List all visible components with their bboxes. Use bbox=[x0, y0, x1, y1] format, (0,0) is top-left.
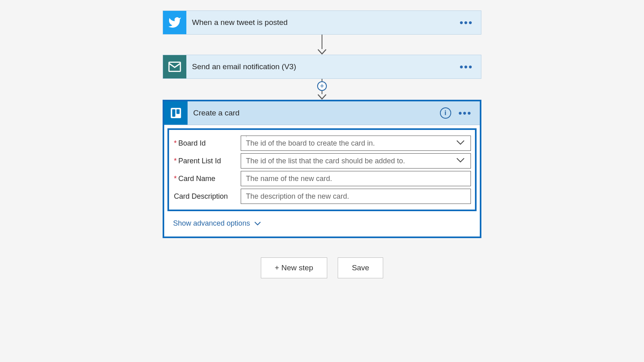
twitter-icon bbox=[163, 11, 186, 34]
advanced-label: Show advanced options bbox=[173, 219, 250, 228]
chevron-down-icon bbox=[254, 221, 261, 226]
step-title: When a new tweet is posted bbox=[186, 18, 460, 27]
card-desc-input[interactable]: The description of the new card. bbox=[241, 189, 471, 204]
field-label: *Card Name bbox=[173, 175, 241, 183]
field-card-name: *Card Name The name of the new card. bbox=[173, 171, 471, 186]
step-card-trello-expanded: Create a card i ••• *Board Id The id of … bbox=[163, 100, 481, 238]
add-step-icon[interactable]: + bbox=[317, 81, 327, 91]
field-card-desc: Card Description The description of the … bbox=[173, 189, 471, 204]
board-id-input[interactable]: The id of the board to create the card i… bbox=[241, 136, 471, 151]
more-icon[interactable]: ••• bbox=[460, 64, 473, 70]
svg-rect-2 bbox=[172, 109, 175, 117]
mail-icon bbox=[163, 55, 186, 78]
arrow-down-icon bbox=[318, 49, 326, 55]
step-card-twitter[interactable]: When a new tweet is posted ••• bbox=[163, 10, 481, 35]
card-name-input[interactable]: The name of the new card. bbox=[241, 171, 471, 186]
chevron-down-icon[interactable] bbox=[456, 157, 465, 165]
more-icon[interactable]: ••• bbox=[458, 111, 472, 116]
placeholder-text: The description of the new card. bbox=[246, 192, 349, 201]
connector-arrow: + bbox=[318, 79, 326, 100]
parent-list-input[interactable]: The id of the list that the card should … bbox=[241, 153, 471, 169]
form-area: *Board Id The id of the board to create … bbox=[167, 128, 477, 211]
info-icon[interactable]: i bbox=[440, 107, 451, 119]
chevron-down-icon[interactable] bbox=[456, 139, 465, 148]
field-label: Card Description bbox=[173, 192, 241, 201]
field-label: *Board Id bbox=[173, 139, 241, 148]
field-label: *Parent List Id bbox=[173, 157, 241, 165]
placeholder-text: The name of the new card. bbox=[246, 175, 332, 183]
step-card-mail[interactable]: Send an email notification (V3) ••• bbox=[163, 55, 481, 79]
arrow-down-icon bbox=[318, 94, 326, 100]
trello-icon bbox=[164, 101, 188, 125]
step-title: Create a card bbox=[188, 109, 440, 117]
placeholder-text: The id of the board to create the card i… bbox=[246, 139, 375, 148]
new-step-button[interactable]: + New step bbox=[261, 257, 328, 278]
field-board-id: *Board Id The id of the board to create … bbox=[173, 136, 471, 151]
step-title: Send an email notification (V3) bbox=[186, 62, 460, 71]
placeholder-text: The id of the list that the card should … bbox=[246, 157, 405, 165]
svg-rect-3 bbox=[176, 109, 180, 114]
save-button[interactable]: Save bbox=[338, 257, 383, 278]
connector-arrow bbox=[318, 35, 326, 55]
show-advanced-options[interactable]: Show advanced options bbox=[164, 213, 480, 237]
field-parent-list: *Parent List Id The id of the list that … bbox=[173, 153, 471, 169]
footer-buttons: + New step Save bbox=[261, 257, 384, 278]
step-card-trello-header[interactable]: Create a card i ••• bbox=[164, 101, 480, 125]
more-icon[interactable]: ••• bbox=[460, 20, 473, 25]
